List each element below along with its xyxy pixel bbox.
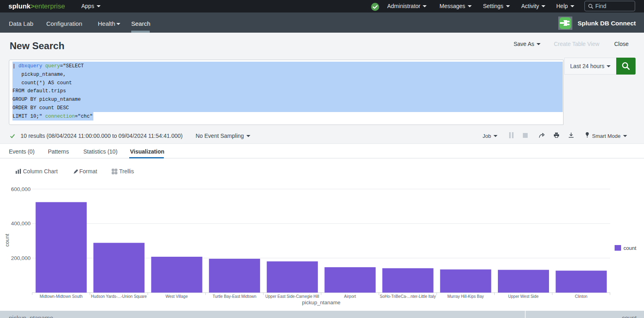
svg-text:Turtle Bay-East Midtown: Turtle Bay-East Midtown bbox=[213, 294, 256, 299]
svg-text:Airport: Airport bbox=[344, 294, 356, 299]
svg-text:Upper East Side-Carnegie Hill: Upper East Side-Carnegie Hill bbox=[265, 294, 319, 299]
svg-text:count: count bbox=[623, 245, 636, 251]
svg-text:SoHo-TriBeCa-...nter-Little It: SoHo-TriBeCa-...nter-Little Italy bbox=[380, 294, 436, 299]
svg-text:pickup_ntaname: pickup_ntaname bbox=[302, 299, 340, 306]
svg-text:Midtown-Midtown South: Midtown-Midtown South bbox=[39, 294, 83, 299]
svg-text:600,000: 600,000 bbox=[11, 186, 31, 192]
svg-text:Clinton: Clinton bbox=[575, 294, 587, 299]
svg-text:400,000: 400,000 bbox=[11, 220, 31, 227]
svg-text:Upper West Side: Upper West Side bbox=[508, 294, 539, 299]
svg-text:200,000: 200,000 bbox=[11, 255, 31, 261]
svg-text:West Village: West Village bbox=[165, 294, 188, 299]
svg-text:count: count bbox=[4, 234, 10, 247]
svg-text:Murray Hill-Kips Bay: Murray Hill-Kips Bay bbox=[447, 294, 484, 299]
svg-text:Hudson Yards-...-Union Square: Hudson Yards-...-Union Square bbox=[91, 294, 147, 299]
